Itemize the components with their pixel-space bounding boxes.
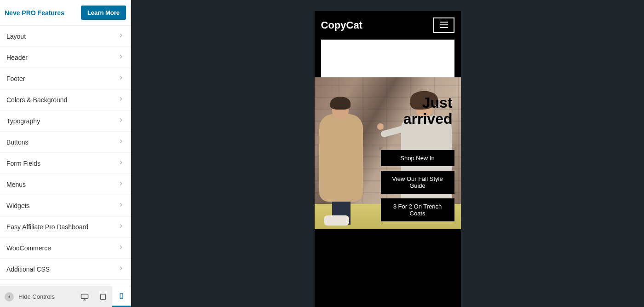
preview-area: CopyCat Just arrived S: [131, 0, 644, 307]
svg-rect-1: [81, 294, 88, 299]
svg-marker-0: [8, 295, 10, 298]
chevron-right-icon: [118, 202, 124, 209]
chevron-right-icon: [118, 180, 124, 188]
menu-label: Footer: [6, 75, 25, 82]
chevron-right-icon: [118, 138, 124, 146]
learn-more-button[interactable]: Learn More: [81, 6, 126, 20]
hero-title-line: Just: [422, 94, 453, 111]
chevron-right-icon: [118, 96, 124, 104]
menu-label: Widgets: [6, 202, 30, 209]
collapse-icon: [5, 292, 14, 301]
chevron-right-icon: [118, 32, 124, 40]
customizer-menu: Layout Header Footer Colors & Background…: [0, 26, 131, 286]
mobile-header: CopyCat: [315, 11, 461, 40]
menu-item-layout[interactable]: Layout: [0, 26, 131, 47]
chevron-right-icon: [118, 75, 124, 82]
person-illustration: [315, 91, 374, 225]
hamburger-menu-button[interactable]: [433, 17, 454, 33]
hide-controls-button[interactable]: Hide Controls: [0, 292, 55, 301]
mobile-preview-frame: CopyCat Just arrived S: [315, 11, 461, 307]
hero-title: Just arrived: [381, 95, 454, 127]
menu-label: Layout: [6, 33, 26, 40]
device-desktop-button[interactable]: [75, 286, 94, 307]
content-block: [321, 40, 454, 77]
device-mobile-button[interactable]: [112, 286, 131, 307]
menu-label: Buttons: [6, 139, 28, 146]
menu-label: Menus: [6, 181, 26, 188]
pro-features-link[interactable]: Neve PRO Features: [5, 9, 64, 17]
hero-content: Just arrived Shop New In View Our Fall S…: [381, 95, 454, 226]
menu-label: Easy Affiliate Pro Dashboard: [6, 223, 88, 231]
device-tablet-button[interactable]: [94, 286, 112, 307]
hero-title-line: arrived: [403, 110, 453, 127]
device-toggles: [75, 286, 131, 307]
chevron-right-icon: [118, 53, 124, 61]
theme-row: Neve Documentation: [0, 280, 131, 286]
sidebar-top: Neve PRO Features Learn More: [0, 0, 131, 26]
menu-item-header[interactable]: Header: [0, 47, 131, 68]
sidebar-footer: Hide Controls: [0, 286, 131, 307]
menu-item-buttons[interactable]: Buttons: [0, 132, 131, 153]
hero-button-offer[interactable]: 3 For 2 On Trench Coats: [381, 198, 454, 221]
hero-button-guide[interactable]: View Our Fall Style Guide: [381, 171, 454, 194]
chevron-right-icon: [118, 244, 124, 252]
menu-label: Typography: [6, 117, 40, 125]
menu-item-footer[interactable]: Footer: [0, 68, 131, 89]
hero-section: Just arrived Shop New In View Our Fall S…: [315, 77, 461, 229]
svg-rect-4: [101, 294, 106, 300]
chevron-right-icon: [118, 223, 124, 231]
menu-label: Colors & Background: [6, 96, 67, 104]
menu-item-affiliate[interactable]: Easy Affiliate Pro Dashboard: [0, 216, 131, 237]
hamburger-icon: [440, 21, 448, 30]
menu-item-widgets[interactable]: Widgets: [0, 195, 131, 216]
chevron-right-icon: [118, 117, 124, 125]
menu-item-menus[interactable]: Menus: [0, 174, 131, 195]
menu-item-additional-css[interactable]: Additional CSS: [0, 259, 131, 280]
menu-label: WooCommerce: [6, 244, 51, 252]
hero-button-shop[interactable]: Shop New In: [381, 150, 454, 166]
menu-item-colors[interactable]: Colors & Background: [0, 89, 131, 110]
menu-item-form-fields[interactable]: Form Fields: [0, 153, 131, 174]
chevron-right-icon: [118, 265, 124, 273]
menu-label: Form Fields: [6, 160, 40, 167]
chevron-right-icon: [118, 159, 124, 167]
customizer-sidebar: Neve PRO Features Learn More Layout Head…: [0, 0, 131, 307]
menu-label: Header: [6, 54, 28, 61]
menu-item-woocommerce[interactable]: WooCommerce: [0, 237, 131, 259]
menu-label: Additional CSS: [6, 266, 50, 273]
hide-controls-label: Hide Controls: [18, 293, 55, 300]
menu-item-typography[interactable]: Typography: [0, 110, 131, 132]
site-title[interactable]: CopyCat: [321, 19, 362, 31]
